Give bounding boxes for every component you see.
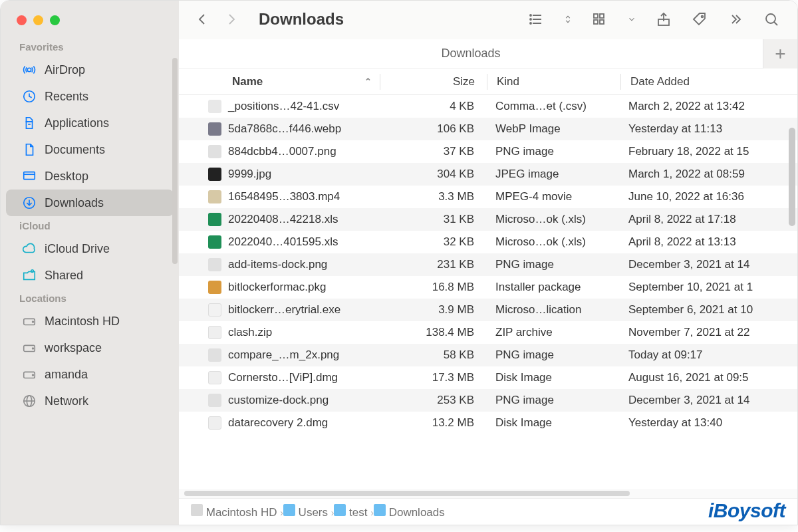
file-name: compare_…m_2x.png — [228, 348, 339, 362]
sidebar-item-amanda[interactable]: amanda — [6, 361, 174, 388]
table-row[interactable]: 16548495…3803.mp43.3 MBMPEG-4 movieJune … — [179, 186, 797, 208]
table-row[interactable]: compare_…m_2x.png58 KBPNG imageToday at … — [179, 344, 797, 366]
svg-point-20 — [530, 15, 531, 16]
path-bar: Macintosh HD › Users › test › Downloads … — [179, 498, 797, 525]
search-button[interactable] — [763, 11, 780, 28]
file-type-icon — [208, 213, 221, 226]
globe-icon — [22, 394, 37, 408]
view-list-button[interactable] — [527, 11, 545, 28]
active-tab-label[interactable]: Downloads — [179, 47, 763, 61]
tags-button[interactable] — [691, 11, 708, 28]
file-type-icon — [208, 348, 221, 362]
sidebar-item-recents[interactable]: Recents — [6, 83, 174, 110]
folder-icon — [374, 504, 386, 516]
desktop-icon — [22, 169, 37, 184]
sidebar-item-desktop[interactable]: Desktop — [6, 163, 174, 190]
back-button[interactable] — [194, 11, 211, 28]
column-header-name-label: Name — [232, 75, 263, 88]
file-list: _positions…42-41.csv4 KBComma…et (.csv)M… — [179, 95, 797, 489]
svg-rect-23 — [594, 14, 598, 18]
svg-rect-25 — [594, 20, 598, 24]
file-name: datarecovery 2.dmg — [228, 416, 328, 430]
file-size: 17.3 MB — [380, 371, 486, 384]
file-type-icon — [208, 416, 221, 430]
file-type-icon — [208, 326, 221, 339]
sidebar-scrollbar[interactable] — [172, 58, 178, 264]
horizontal-scrollbar[interactable] — [179, 489, 797, 498]
file-type-icon — [208, 258, 221, 271]
file-name: bitlockerformac.pkg — [228, 281, 326, 294]
sidebar-item-applications[interactable]: Applications — [6, 110, 174, 136]
table-row[interactable]: bitlockerformac.pkg16.8 MBInstaller pack… — [179, 276, 797, 299]
sort-indicator-icon: ⌃ — [364, 76, 372, 86]
finder-window: FavoritesAirDropRecentsApplicationsDocum… — [0, 0, 798, 525]
table-row[interactable]: 20220408…42218.xls31 KBMicroso…ok (.xls)… — [179, 208, 797, 231]
zoom-window-button[interactable] — [50, 15, 60, 25]
column-header-kind[interactable]: Kind — [487, 75, 620, 88]
table-row[interactable]: _positions…42-41.csv4 KBComma…et (.csv)M… — [179, 95, 797, 118]
sidebar-item-shared[interactable]: Shared — [6, 262, 174, 289]
path-segment[interactable]: Users — [295, 506, 331, 519]
column-header-date[interactable]: Date Added — [621, 75, 797, 88]
watermark-logo: iBoysoft — [708, 499, 785, 522]
file-date: Yesterday at 13:40 — [619, 416, 797, 430]
sidebar-item-macintosh-hd[interactable]: Macintosh HD — [6, 308, 174, 334]
file-type-icon — [208, 235, 221, 249]
table-row[interactable]: add-items-dock.png231 KBPNG imageDecembe… — [179, 253, 797, 276]
file-name: clash.zip — [228, 326, 272, 339]
sidebar-item-workspace[interactable]: workspace — [6, 334, 174, 361]
sidebar-item-downloads[interactable]: Downloads — [6, 190, 174, 216]
file-size: 106 KB — [380, 122, 486, 136]
table-row[interactable]: 9999.jpg304 KBJPEG imageMarch 1, 2022 at… — [179, 163, 797, 186]
table-row[interactable]: datarecovery 2.dmg13.2 MBDisk ImageYeste… — [179, 412, 797, 434]
view-options-stepper[interactable] — [563, 11, 573, 28]
sidebar-item-network[interactable]: Network — [6, 388, 174, 414]
file-size: 32 KB — [380, 235, 486, 249]
table-row[interactable]: customize-dock.png253 KBPNG imageDecembe… — [179, 389, 797, 412]
file-name: 5da7868c…f446.webp — [228, 122, 341, 136]
group-by-chevron-icon[interactable] — [627, 11, 636, 28]
table-row[interactable]: clash.zip138.4 MBZIP archiveNovember 7, … — [179, 321, 797, 344]
download-icon — [22, 196, 37, 210]
file-kind: ZIP archive — [486, 326, 619, 339]
column-header-name[interactable]: Name ⌃ — [179, 75, 380, 88]
file-date: November 7, 2021 at 22 — [619, 326, 797, 339]
file-date: February 18, 2022 at 15 — [619, 145, 797, 158]
share-button[interactable] — [655, 11, 672, 28]
file-type-icon — [208, 145, 221, 158]
file-size: 304 KB — [380, 168, 486, 181]
tab-bar: Downloads + — [179, 39, 797, 68]
svg-point-28 — [702, 16, 704, 18]
sidebar-item-airdrop[interactable]: AirDrop — [6, 57, 174, 83]
file-type-icon — [208, 394, 221, 407]
table-header: Name ⌃ Size Kind Date Added — [179, 68, 797, 95]
path-segment[interactable]: test — [346, 506, 370, 519]
forward-button[interactable] — [223, 11, 240, 28]
window-controls — [1, 1, 179, 37]
file-date: Yesterday at 11:13 — [619, 122, 797, 136]
sidebar-item-icloud-drive[interactable]: iCloud Drive — [6, 235, 174, 262]
column-header-size[interactable]: Size — [380, 75, 487, 88]
path-segment[interactable]: Macintosh HD — [203, 506, 280, 519]
table-row[interactable]: bitlockerr…erytrial.exe3.9 MBMicroso…lic… — [179, 299, 797, 321]
sidebar-item-documents[interactable]: Documents — [6, 136, 174, 163]
table-row[interactable]: 884dcbb4…0007.png37 KBPNG imageFebruary … — [179, 140, 797, 163]
table-row[interactable]: Cornersto…[ViP].dmg17.3 MBDisk ImageAugu… — [179, 366, 797, 389]
path-segment[interactable]: Downloads — [386, 506, 445, 519]
file-size: 138.4 MB — [380, 326, 486, 339]
minimize-window-button[interactable] — [33, 15, 43, 25]
table-row[interactable]: 2022040…401595.xls32 KBMicroso…ok (.xls)… — [179, 231, 797, 253]
overflow-button[interactable] — [727, 11, 744, 28]
new-tab-button[interactable]: + — [763, 39, 797, 68]
group-by-button[interactable] — [591, 11, 608, 28]
file-type-icon — [208, 303, 221, 317]
vertical-scrollbar[interactable] — [789, 128, 795, 226]
close-window-button[interactable] — [17, 15, 27, 25]
horizontal-scrollbar-thumb[interactable] — [184, 491, 630, 496]
sidebar-item-label: Desktop — [45, 170, 88, 184]
table-row[interactable]: 5da7868c…f446.webp106 KBWebP ImageYester… — [179, 118, 797, 140]
file-name: add-items-dock.png — [228, 258, 327, 271]
file-size: 31 KB — [380, 213, 486, 226]
file-type-icon — [208, 100, 221, 113]
file-name: customize-dock.png — [228, 394, 329, 407]
